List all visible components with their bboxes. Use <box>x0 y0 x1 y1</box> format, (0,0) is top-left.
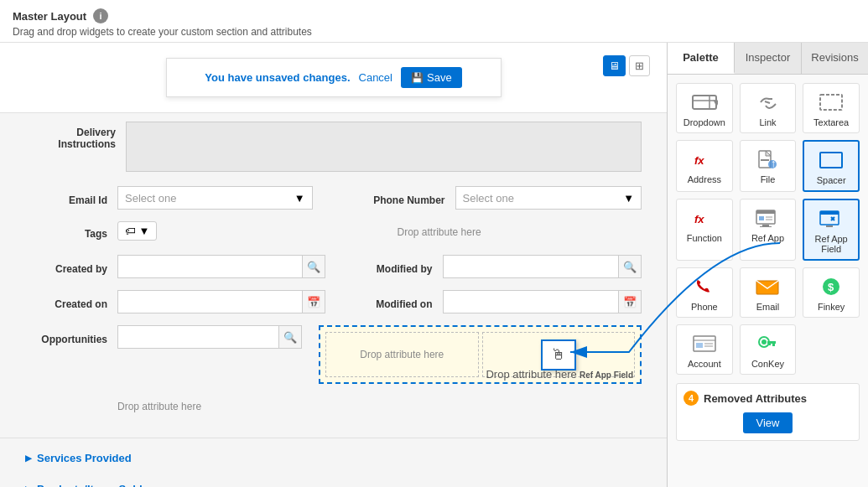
save-button[interactable]: 💾 Save <box>401 67 462 88</box>
services-provided-section[interactable]: ▶ Services Provided <box>25 447 642 469</box>
tab-revisions[interactable]: Revisions <box>802 43 868 74</box>
svg-rect-17 <box>759 216 764 220</box>
created-by-label: Created by <box>25 258 117 275</box>
palette-file[interactable]: ↑ File <box>740 140 797 192</box>
svg-rect-22 <box>826 225 833 227</box>
svg-text:▼: ▼ <box>711 96 718 109</box>
created-modified-row: Created by 🔍 Modified by 🔍 <box>25 255 642 278</box>
created-on-calendar-icon[interactable]: 📅 <box>302 290 325 313</box>
delivery-instructions-row: Delivery Instructions <box>25 122 642 174</box>
panel-tabs: Palette Inspector Revisions <box>668 43 868 75</box>
desktop-view-button[interactable]: 🖥 <box>603 55 626 76</box>
svg-text:fx: fx <box>694 213 704 225</box>
palette-ref-app[interactable]: Ref App <box>740 199 797 261</box>
svg-rect-35 <box>769 344 771 345</box>
svg-text:fx: fx <box>694 154 704 167</box>
created-on-label: Created on <box>25 293 117 310</box>
svg-point-32 <box>761 339 767 345</box>
modified-by-search-icon[interactable]: 🔍 <box>618 255 642 278</box>
address-icon: fx <box>688 146 721 173</box>
page-subtitle: Drag and drop widgets to create your cus… <box>13 26 855 38</box>
email-select-placeholder: Select one <box>125 192 176 205</box>
drop-cell-right[interactable]: 🖱 Drop attribute here Ref App Field <box>482 332 636 377</box>
view-removed-button[interactable]: View <box>743 412 793 433</box>
svg-rect-16 <box>760 226 772 227</box>
drop-zone-highlighted[interactable]: Drop attribute here 🖱 Drop attribute her… <box>319 325 642 384</box>
palette-conkey[interactable]: ConKey <box>740 324 797 375</box>
phone-icon <box>688 273 721 300</box>
dropdown-icon: ▼ <box>688 89 721 116</box>
products-section-wrapper: ▶ Products/Items Sold <box>0 478 667 487</box>
palette-conkey-label: ConKey <box>751 359 784 369</box>
drop-cell-right-text: Drop attribute here <box>486 368 576 381</box>
palette-finkey-label: Finkey <box>818 302 845 312</box>
palette-address-label: Address <box>688 174 721 184</box>
drop-cell-right-label: Drop attribute here Ref App Field <box>486 368 633 381</box>
conkey-icon <box>751 330 784 357</box>
right-panel: Palette Inspector Revisions ▼ Dropdown <box>667 43 868 487</box>
palette-function[interactable]: fx Function <box>676 199 733 261</box>
palette-ref-app-field[interactable]: Ref App Field <box>803 199 860 261</box>
palette-account[interactable]: Account <box>676 324 733 375</box>
palette-account-label: Account <box>688 359 721 369</box>
palette-textarea-label: Textarea <box>813 117 849 127</box>
removed-attributes-header: 4 Removed Attributes <box>683 391 852 406</box>
ref-app-field-dragging[interactable]: 🖱 <box>541 339 576 370</box>
palette-phone[interactable]: Phone <box>676 267 733 318</box>
svg-rect-28 <box>696 343 703 348</box>
palette-textarea[interactable]: Textarea <box>803 83 860 133</box>
modified-on-calendar-icon[interactable]: 📅 <box>618 290 642 313</box>
modified-on-input[interactable] <box>443 290 619 313</box>
drop-zone-right-tags: Drop attribute here <box>398 221 481 243</box>
content-area: You have unsaved changes. Cancel 💾 Save … <box>0 43 868 487</box>
info-icon[interactable]: i <box>93 8 108 23</box>
bottom-drop-row: Drop attribute here <box>25 396 642 417</box>
cancel-button[interactable]: Cancel <box>359 71 392 84</box>
phone-select[interactable]: Select one ▼ <box>455 186 642 210</box>
ref-app-field-label-inline: Ref App Field <box>580 370 633 380</box>
svg-rect-14 <box>756 210 775 214</box>
svg-rect-33 <box>767 341 776 344</box>
tags-button[interactable]: 🏷 ▼ <box>117 221 157 241</box>
palette-function-label: Function <box>687 233 722 243</box>
svg-rect-5 <box>820 95 842 110</box>
drop-cell-left[interactable]: Drop attribute here <box>325 332 479 377</box>
opportunities-input[interactable] <box>117 325 278 349</box>
palette-address[interactable]: fx Address <box>676 140 733 192</box>
email-select-arrow: ▼ <box>294 192 305 205</box>
svg-rect-11 <box>820 153 842 168</box>
palette-link[interactable]: Link <box>740 83 797 133</box>
grid-view-button[interactable]: ⊞ <box>629 55 650 76</box>
created-by-input[interactable] <box>117 255 302 278</box>
created-by-search-icon[interactable]: 🔍 <box>302 255 325 278</box>
palette-dropdown[interactable]: ▼ Dropdown <box>676 83 733 133</box>
modified-by-input[interactable] <box>443 255 619 278</box>
modified-by-label: Modified by <box>342 258 443 275</box>
created-on-input[interactable] <box>117 290 302 313</box>
palette-spacer[interactable]: Spacer <box>803 140 860 192</box>
modified-on-label: Modified on <box>342 293 443 310</box>
tab-palette[interactable]: Palette <box>668 43 735 74</box>
svg-text:$: $ <box>828 281 834 293</box>
ref-app-field-drag-icon: 🖱 <box>551 346 566 364</box>
products-items-sold-section[interactable]: ▶ Products/Items Sold <box>25 478 642 487</box>
delivery-instructions-label: Delivery Instructions <box>25 122 126 150</box>
palette-email[interactable]: Email <box>740 267 797 318</box>
svg-text:↑: ↑ <box>771 157 777 169</box>
opportunities-search-icon[interactable]: 🔍 <box>278 325 302 349</box>
dates-row: Created on 📅 Modified on 📅 <box>25 290 642 313</box>
svg-rect-19 <box>766 219 772 220</box>
tab-inspector[interactable]: Inspector <box>735 43 802 74</box>
svg-rect-34 <box>772 344 775 346</box>
email-id-label: Email Id <box>25 189 117 206</box>
tags-label: Tags <box>25 223 117 240</box>
ref-app-field-icon <box>814 205 848 232</box>
delivery-instructions-input[interactable] <box>126 122 642 172</box>
expandable-sections: ▶ Services Provided <box>0 438 667 478</box>
finkey-icon: $ <box>814 273 848 300</box>
palette-finkey[interactable]: $ Finkey <box>803 267 860 318</box>
palette-link-label: Link <box>759 117 776 127</box>
svg-rect-15 <box>762 225 769 226</box>
page-title: Master Layout i <box>13 8 855 23</box>
email-select[interactable]: Select one ▼ <box>117 186 313 210</box>
